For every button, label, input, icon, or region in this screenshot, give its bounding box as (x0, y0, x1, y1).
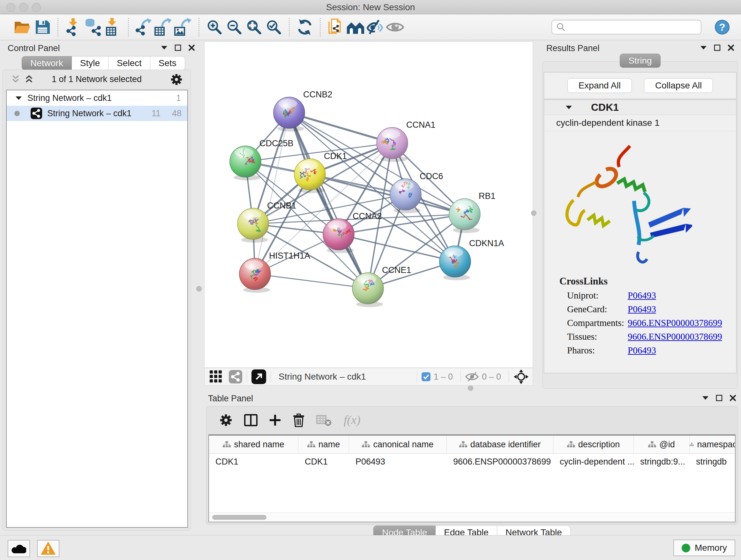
birds-eye-view-icon[interactable] (210, 370, 222, 383)
crosslink-row: Pharos:P06493 (567, 345, 736, 356)
zoom-selected-button[interactable] (264, 17, 284, 37)
settings-button[interactable] (219, 414, 232, 427)
float-panel-icon[interactable] (174, 44, 182, 51)
columns-button[interactable] (244, 414, 258, 426)
network-canvas[interactable]: CCNB2 CCNA1 CDC25B CDK1 CDC6 RB1 CCNB1 (204, 42, 533, 368)
network-node-HIST1H1A[interactable]: HIST1H1A (239, 251, 310, 293)
table-cell: cyclin-dependent ... (553, 454, 634, 470)
function-builder-button[interactable]: f(x) (343, 413, 366, 428)
crosslink-link[interactable]: 9606.ENSP00000378699 (628, 331, 722, 342)
float-panel-icon[interactable] (714, 44, 721, 51)
column-type-icon (567, 441, 575, 448)
network-edge[interactable] (255, 274, 368, 288)
delete-column-button[interactable] (293, 413, 305, 427)
add-column-button[interactable] (269, 414, 281, 426)
close-panel-icon[interactable] (188, 44, 195, 51)
network-node-CDKN1A[interactable]: CDKN1A (440, 239, 504, 280)
collapse-all-button[interactable]: Collapse All (644, 78, 713, 93)
detach-view-icon[interactable] (252, 369, 266, 384)
panel-menu-icon[interactable] (700, 45, 707, 50)
network-node-CCNB1[interactable]: CCNB1 (238, 201, 296, 243)
memory-status-dot (682, 544, 690, 552)
save-button[interactable] (32, 17, 52, 37)
memory-button[interactable]: Memory (673, 540, 735, 556)
network-options-gear-icon[interactable] (170, 73, 183, 86)
network-view-icon[interactable] (229, 370, 242, 383)
cloud-status-button[interactable] (8, 540, 30, 557)
bottom-splitter-handle[interactable] (468, 385, 473, 391)
network-status-dot (14, 111, 20, 116)
crosslink-link[interactable]: P06493 (628, 345, 656, 356)
hide-selected-button[interactable] (365, 17, 385, 37)
column-header-shared-name[interactable]: shared name (209, 435, 298, 453)
table-panel-title: Table Panel (208, 394, 253, 403)
tab-string[interactable]: String (620, 54, 660, 68)
close-panel-icon[interactable] (729, 394, 737, 401)
export-image-button[interactable] (174, 17, 193, 37)
table-row[interactable]: CDK1CDK1P064939606.ENSP00000378699cyclin… (209, 454, 735, 470)
help-icon[interactable]: ? (712, 17, 732, 37)
show-selected-button[interactable] (385, 17, 405, 37)
crosslink-link[interactable]: P06493 (628, 290, 656, 301)
search-input[interactable] (566, 22, 701, 33)
share-document-button[interactable] (326, 17, 346, 37)
hidden-count-eye-icon[interactable] (465, 372, 479, 382)
zoom-in-button[interactable] (205, 17, 224, 37)
delete-table-button[interactable] (316, 414, 332, 427)
column-type-icon (690, 441, 694, 448)
expand-all-button[interactable]: Expand All (567, 78, 632, 93)
search-field[interactable] (551, 20, 701, 35)
left-splitter-handle[interactable] (196, 286, 202, 292)
network-node-RB1[interactable]: RB1 (449, 191, 495, 233)
open-button[interactable] (13, 17, 32, 37)
tab-select[interactable]: Select (109, 56, 150, 70)
crosslink-link[interactable]: P06493 (628, 304, 656, 314)
column-header-name[interactable]: name (298, 435, 349, 453)
float-panel-icon[interactable] (716, 394, 723, 401)
tab-style[interactable]: Style (72, 56, 109, 70)
crosslink-link[interactable]: 9606.ENSP00000378699 (628, 318, 722, 328)
refresh-icon (296, 18, 313, 36)
import-database-button[interactable] (83, 17, 103, 37)
hide-selected-icon (366, 19, 385, 35)
import-table-button[interactable] (103, 17, 123, 37)
warnings-button[interactable] (37, 540, 59, 557)
refresh-button[interactable] (295, 17, 315, 37)
network-collection-label: String Network – cdk1 (27, 93, 112, 103)
column-header-canonical-name[interactable]: canonical name (349, 435, 447, 453)
network-node-label: CDC6 (420, 172, 443, 181)
column-header-description[interactable]: description (553, 435, 634, 453)
network-row[interactable]: String Network – cdk1 11 48 (7, 106, 187, 121)
network-edge[interactable] (255, 113, 289, 274)
export-table-button[interactable] (154, 17, 174, 37)
protein-section-header[interactable]: CDK1 (544, 100, 736, 115)
network-node-CDK1[interactable]: CDK1 (294, 151, 347, 193)
collection-expander-icon[interactable] (15, 96, 22, 101)
network-edge[interactable] (289, 113, 392, 143)
column-header-id[interactable]: @id (634, 435, 690, 453)
panel-menu-icon[interactable] (702, 395, 709, 400)
fit-content-icon[interactable] (514, 369, 529, 384)
control-panel-title: Control Panel (8, 44, 60, 53)
right-splitter-handle[interactable] (531, 210, 536, 216)
zoom-fit-button[interactable] (244, 17, 264, 37)
column-header-database-identifier[interactable]: database identifier (447, 435, 553, 453)
section-expander-icon[interactable] (565, 105, 572, 110)
home-button[interactable] (346, 17, 365, 37)
export-network-button[interactable] (134, 17, 154, 37)
network-node-label: HIST1H1A (269, 251, 310, 260)
network-node-CCNA1[interactable]: CCNA1 (377, 120, 435, 162)
panel-menu-icon[interactable] (160, 45, 168, 50)
zoom-out-button[interactable] (224, 17, 244, 37)
selected-count-checkbox-icon[interactable] (421, 372, 430, 381)
column-header-namespace[interactable]: namespace (690, 435, 736, 453)
protein-section: CDK1 cyclin-dependent kinase 1 CrossL (544, 100, 737, 373)
tab-sets[interactable]: Sets (150, 56, 185, 70)
network-edge[interactable] (289, 113, 368, 288)
network-collection-row[interactable]: String Network – cdk1 1 (7, 90, 187, 106)
import-database-icon (84, 18, 102, 36)
scrollbar-thumb[interactable] (212, 515, 266, 520)
tab-network[interactable]: Network (22, 56, 72, 70)
import-network-button[interactable] (64, 17, 83, 37)
close-panel-icon[interactable] (727, 44, 735, 51)
